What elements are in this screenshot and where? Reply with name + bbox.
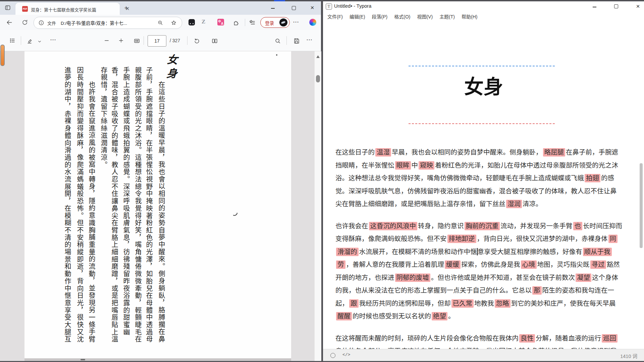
typora-scrollbar-thumb[interactable]	[640, 163, 643, 248]
edge-maximize-button[interactable]	[290, 4, 298, 12]
favorites-bar-icon[interactable]	[249, 19, 256, 26]
tab-title-fade	[100, 4, 110, 14]
highlighted-text: 阴郁的废墟	[395, 274, 431, 282]
doc-line[interactable]: 也许我会在这昏沉的风浪中转身，隐约意识胸前的沉重流动，并发现另一条手臂也长时间压…	[335, 220, 634, 233]
typora-minimize-button[interactable]	[589, 3, 599, 10]
save-icon[interactable]	[293, 38, 300, 44]
doc-text: 长时间压抑而	[583, 222, 622, 230]
typora-window: T Untitled• - Typora × 文件(F)编辑(E)段落(P)格式…	[323, 1, 644, 361]
pdf-text-column: 子前，手腕遮擋眼睛，在半張惺忪視野中掩映著粉紅色的光澤，如胎兒在母體中透過母	[143, 67, 155, 355]
doc-line[interactable]: 浴。这种想法总令我觉得好笑，嘴角仿佛微微牵动，轻颤睫毛在手腕上造成蝴蝶或飞蛾拍翅…	[335, 172, 634, 185]
browser-tab[interactable]: PDF 双身：第十七届联合报文学奖长篇 ✕	[15, 3, 120, 15]
tab-actions-icon[interactable]	[4, 4, 11, 11]
menu-item[interactable]: 文件(F)	[324, 12, 346, 21]
page-view-icon[interactable]	[211, 38, 218, 44]
edge-close-button[interactable]: ×	[308, 4, 316, 12]
settings-more-icon[interactable]: ···	[293, 19, 299, 25]
outline-circle-icon[interactable]	[330, 353, 335, 358]
extension-dark-icon[interactable]	[189, 19, 195, 25]
typora-editor[interactable]: 女身 在这些日子的温湿早晨，我也会以相同的姿势自梦中醒来。侧身躺卧，略屈腿在鼻子…	[323, 21, 644, 349]
menu-item[interactable]: 视图(V)	[414, 12, 436, 21]
document-title[interactable]: 女身	[335, 71, 632, 99]
highlighter-icon[interactable]	[26, 38, 33, 44]
profile-avatar	[279, 18, 287, 26]
doc-line[interactable]: 劳，善解人意的在我腰背上沿着肌理缓缓探索，仿佛此身是我心境地图，灵巧指尖既寻过豁…	[335, 258, 634, 271]
doc-text: 变得酥麻，像爬满蚂蚁般恐怖。但不安	[335, 235, 447, 242]
pdf-scrollbar-thumb[interactable]	[316, 75, 320, 82]
typora-close-button[interactable]: ×	[633, 3, 643, 10]
menu-item[interactable]: 段落(P)	[369, 12, 391, 21]
highlighted-text: 绝望	[432, 312, 447, 320]
highlighted-text: 寻过	[590, 260, 606, 269]
translate-extension-icon[interactable]: 中 A	[217, 19, 224, 25]
doc-line[interactable]: 开朗的地方，也探进阴郁的废墟。但也许他或是她并不知道，甚至会在镜子前数次凝望这个…	[335, 271, 634, 284]
scroll-up-icon[interactable]	[316, 55, 320, 58]
doc-line[interactable]: 的我，也从来没法在它的形态上掌握到一点关于自己的什么。它总以那陌生的姿态和我勾连…	[335, 284, 634, 297]
toc-icon[interactable]	[9, 38, 15, 44]
chevron-down-icon[interactable]	[37, 39, 42, 44]
doc-text: 转身，隐约意识	[418, 222, 464, 230]
doc-line[interactable]: 在这将醒而未醒的时刻，琐碎的人生片段会像化合物般在我体内良性分解，随着血液的运行…	[335, 332, 634, 345]
menu-item[interactable]: 格式(O)	[391, 12, 414, 21]
pdf-file-icon: PDF	[22, 6, 28, 12]
highlighted-text: 眼眸	[395, 161, 411, 170]
doc-text: 意享受大腿互相摩擦的触感，好像有	[478, 248, 582, 255]
doc-text: 在这些日子的	[335, 148, 375, 156]
doc-text: 水流展开，在模糊不清的场景和动作中惬	[359, 248, 477, 255]
edge-sidebar-handle[interactable]	[0, 45, 5, 66]
pdf-more-icon[interactable]: ···	[307, 37, 313, 43]
typora-window-title: Untitled• - Typora	[334, 3, 371, 9]
doc-line[interactable]: 起，跟我经历共同的迷惘和屈辱，但却已久常地教我忽略到它的美妙和庄严，使我在每天早…	[335, 297, 634, 310]
doc-text: 陌生的姿态和我勾连在一	[542, 287, 614, 294]
favorite-star-icon[interactable]	[171, 20, 177, 26]
pdf-scrollbar[interactable]	[314, 51, 321, 361]
paragraph: 在这将醒而未醒的时刻，琐碎的人生片段会像化合物般在我体内良性分解，随着血液的运行…	[335, 332, 634, 349]
doc-line[interactable]: 在这些日子的温湿早晨，我也会以相同的姿势自梦中醒来。侧身躺卧，略屈腿在鼻子前，手…	[335, 146, 634, 159]
rotate-icon[interactable]	[194, 38, 200, 44]
pdf-text-column: 也許我會在竄進涼風的被窩中轉身，隱約意識胸脯重量的流動，並發現另一條手臂	[86, 81, 97, 362]
highlighted-text: 醒醒	[336, 312, 352, 320]
highlighted-text: 排地卸逆	[447, 235, 476, 243]
doc-line[interactable]: 觉。深深呼吸肌肤气息，仿佛残留昨夜浴后的甜蜜幽香，混合被子吸收了的体味，教人忍不…	[335, 185, 634, 198]
extensions-puzzle-icon[interactable]	[233, 19, 239, 26]
zotero-extension-icon[interactable]: Z	[202, 18, 205, 25]
pdf-text-column: 在這些日子的溫暖早晨，我也會以相同的姿勢自夢中醒來。側身躺臥，胳膊擱在鼻	[155, 81, 167, 362]
doc-line[interactable]: 滑溜的水流展开，在模糊不清的场景和动作中惬意享受大腿互相摩擦的触感，好像有顺从于…	[335, 245, 634, 258]
typora-maximize-button[interactable]	[611, 3, 621, 10]
source-code-icon[interactable]: </>	[342, 352, 350, 357]
fit-width-icon[interactable]	[133, 38, 140, 44]
info-icon[interactable]	[38, 20, 44, 26]
menu-item[interactable]: 编辑(E)	[346, 12, 369, 21]
pdf-search-icon[interactable]	[274, 38, 281, 44]
doc-line[interactable]: 变得酥麻，像爬满蚂蚁般恐怖。但不安排地卸逆，背向日光，很快又沉进梦的湖中，赤裸身…	[335, 232, 634, 245]
doc-text: 起，	[335, 300, 348, 307]
edge-minimize-button[interactable]	[269, 4, 277, 12]
doc-line[interactable]: 身体的各个部分，毫无痕迹地在任何一个地方登陆，发出回忆中某个角落的讯号，我仿佛意…	[335, 345, 634, 349]
pdf-text-column: 手腕上造成蝴蝶或飛蛾拍翼的感覺。深深呼吸肌膚氣息，彷彿殘留昨夜浴露的甜蜜幽	[120, 67, 132, 355]
pdf-more-tools-icon[interactable]: ···	[50, 37, 56, 43]
highlighted-text: 良性	[519, 334, 535, 343]
highlighted-text: 同	[608, 235, 618, 243]
highlighted-text: 拍翅	[585, 174, 600, 182]
zoom-out-button[interactable]	[104, 38, 110, 44]
paragraph: 也许我会在这昏沉的风浪中转身，隐约意识胸前的沉重流动，并发现另一条手臂也长时间压…	[335, 220, 634, 323]
page-number-input[interactable]: 17	[148, 35, 166, 47]
doc-line[interactable]: 醒醒的时候也感受到无以名状的绝望。	[335, 310, 634, 323]
doc-text: 也许我会在	[335, 222, 368, 230]
doc-line[interactable]: 挡眼睛，在半张惺忪眼眸中窥映着粉红色的光泽，如胎儿在母体中透过母亲腹部所领受的光…	[335, 159, 634, 172]
refresh-icon[interactable]	[21, 19, 28, 26]
pdf-text-column: 存親惜，遺留下絲絲滋潤清涼。	[98, 67, 109, 355]
menu-item[interactable]: 主题(T)	[436, 12, 458, 21]
highlighted-text: 也	[573, 222, 583, 230]
login-button[interactable]: 登录	[260, 17, 290, 28]
doc-line[interactable]: 尖在臂胳上细细磨蹭，或是把嘴唇贴上温存亲惜，留下丝丝湿润清凉。	[335, 197, 634, 210]
zoom-out-icon[interactable]	[157, 20, 163, 26]
highlighted-text: 缓缓	[445, 260, 461, 269]
address-bar[interactable]: 文件 D:/电子书/董启章/双身：第十七...	[34, 17, 182, 29]
menu-item[interactable]: 帮助(H)	[458, 12, 481, 21]
copilot-icon[interactable]	[309, 19, 316, 26]
new-tab-button[interactable]: +	[123, 5, 129, 11]
zoom-in-button[interactable]	[118, 38, 124, 44]
back-icon[interactable]	[6, 19, 13, 26]
address-toolbar: 文件 D:/电子书/董启章/双身：第十七... Z 中 A	[0, 15, 321, 30]
